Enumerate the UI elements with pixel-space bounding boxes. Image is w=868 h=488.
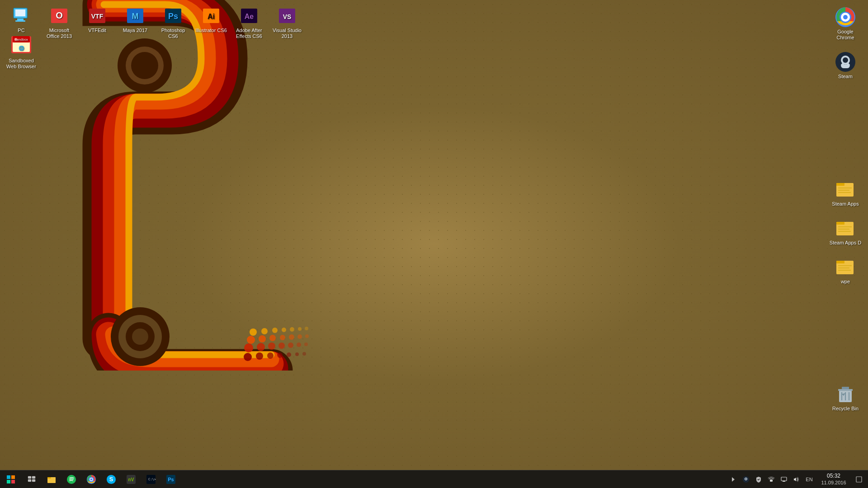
pc-label: PC: [18, 28, 24, 33]
taskbar-cmd[interactable]: C:\>_: [141, 470, 161, 488]
taskbar-nvidia[interactable]: nV: [121, 470, 141, 488]
desktop-icon-aftereffects[interactable]: Ae Adobe After Effects CS6: [231, 3, 267, 41]
svg-point-100: [90, 478, 93, 480]
svg-point-27: [304, 343, 308, 346]
taskbar-photoshop[interactable]: Ps: [161, 470, 181, 488]
tray-network-icon[interactable]: [765, 470, 778, 488]
desktop-icon-vtfedit[interactable]: VTF VTFEdit: [79, 3, 115, 35]
notification-button[interactable]: [852, 470, 866, 488]
svg-rect-74: [838, 229, 849, 230]
desktop-icon-maya[interactable]: M Maya 2017: [117, 3, 153, 35]
maya-label: Maya 2017: [123, 28, 147, 33]
tray-keyboard-icon[interactable]: EN: [803, 470, 816, 488]
desktop-icon-pc[interactable]: PC: [3, 3, 39, 35]
steam-apps-d-icon: [835, 217, 856, 239]
desktop-icon-recycle-bin[interactable]: Recycle Bin: [827, 381, 863, 413]
maya-icon: M: [124, 5, 146, 27]
svg-rect-75: [838, 231, 851, 232]
taskbar-spotify[interactable]: [61, 470, 81, 488]
steam-right-label: Steam: [838, 74, 853, 80]
svg-rect-115: [783, 481, 785, 482]
clock-time: 05:32: [827, 473, 840, 480]
svg-point-11: [290, 327, 294, 332]
svg-text:C:\>_: C:\>_: [148, 478, 156, 481]
chrome-icon: [835, 6, 856, 28]
svg-text:sandbox: sandbox: [14, 38, 28, 42]
sandboxed-icon: sandbox 🌐: [10, 35, 32, 57]
aftereffects-label: Adobe After Effects CS6: [233, 28, 265, 39]
svg-point-29: [256, 352, 263, 360]
svg-rect-73: [838, 226, 852, 227]
svg-point-34: [302, 352, 306, 356]
svg-point-2: [131, 52, 158, 79]
svg-rect-114: [781, 477, 787, 481]
svg-rect-92: [32, 476, 35, 479]
desktop-icon-photoshop[interactable]: Ps Photoshop CS6: [155, 3, 191, 41]
svg-point-26: [297, 343, 301, 347]
taskbar-skype[interactable]: S: [101, 470, 121, 488]
svg-rect-117: [856, 477, 862, 482]
svg-point-18: [289, 334, 294, 340]
steam-apps-icon: [835, 178, 856, 200]
svg-point-17: [280, 335, 285, 340]
desktop-icon-office[interactable]: O Microsoft Office 2013: [41, 3, 77, 41]
svg-text:nV: nV: [128, 477, 134, 482]
svg-point-24: [278, 343, 285, 349]
desktop-icon-visualstudio[interactable]: VS Visual Studio 2013: [269, 3, 305, 41]
svg-rect-36: [15, 9, 25, 16]
svg-point-9: [272, 328, 278, 333]
svg-point-7: [250, 328, 257, 336]
tray-volume-icon[interactable]: [790, 470, 803, 488]
svg-point-21: [244, 343, 253, 352]
tray-display-icon[interactable]: [778, 470, 790, 488]
recycle-bin-icon: [835, 383, 856, 405]
svg-rect-88: [11, 475, 15, 479]
svg-text:Ps: Ps: [168, 12, 178, 21]
svg-point-33: [295, 352, 299, 356]
svg-text:🌐: 🌐: [19, 45, 24, 51]
svg-rect-37: [17, 19, 24, 20]
svg-rect-68: [838, 188, 852, 188]
desktop: PC O Microsoft Office 2013 VTF VTFEdit: [0, 0, 868, 488]
taskbar-file-explorer[interactable]: [42, 470, 61, 488]
desktop-icons-top: PC O Microsoft Office 2013 VTF VTFEdit: [0, 0, 308, 44]
svg-rect-113: [770, 479, 773, 482]
svg-rect-72: [836, 222, 844, 225]
desktop-icon-chrome[interactable]: Google Chrome: [827, 5, 863, 42]
svg-point-12: [298, 327, 302, 331]
svg-text:Ae: Ae: [245, 13, 254, 20]
aftereffects-icon: Ae: [238, 5, 260, 27]
desktop-icon-steam[interactable]: Steam: [827, 49, 863, 81]
svg-point-112: [745, 478, 747, 479]
tray-security-icon[interactable]: [752, 470, 765, 488]
illustrator-label: Illustrator CS6: [195, 28, 227, 33]
desktop-icon-steam-apps-d[interactable]: Steam Apps D: [827, 216, 863, 248]
svg-point-20: [305, 334, 309, 338]
task-view-button[interactable]: [22, 470, 42, 488]
desktop-icon-illustrator[interactable]: Ai Illustrator CS6: [193, 3, 229, 35]
clock[interactable]: 05:32 11.09.2016: [816, 470, 852, 488]
show-hidden-icons-button[interactable]: [727, 470, 740, 488]
illustrator-icon: Ai: [200, 5, 222, 27]
office-label: Microsoft Office 2013: [43, 28, 75, 39]
svg-point-6: [132, 328, 148, 345]
desktop-icon-steam-apps[interactable]: Steam Apps: [827, 177, 863, 209]
desktop-icon-wpe[interactable]: wpe: [827, 254, 863, 286]
desktop-icon-sandboxed[interactable]: sandbox 🌐 Sandboxed Web Browser: [3, 33, 39, 71]
svg-rect-116: [794, 479, 795, 480]
svg-point-62: [843, 15, 848, 19]
svg-rect-91: [28, 476, 31, 479]
start-button[interactable]: [0, 470, 22, 488]
pc-icon: [10, 5, 32, 27]
visualstudio-label: Visual Studio 2013: [271, 28, 303, 39]
svg-marker-109: [732, 477, 735, 482]
tray-steam-icon[interactable]: [740, 470, 752, 488]
svg-point-30: [267, 352, 274, 359]
svg-rect-70: [838, 192, 851, 193]
svg-rect-69: [838, 190, 849, 191]
taskbar-chrome[interactable]: [81, 470, 101, 488]
svg-point-28: [244, 353, 252, 361]
svg-point-32: [287, 352, 291, 357]
clock-date: 11.09.2016: [821, 479, 846, 486]
svg-text:S: S: [109, 475, 113, 482]
